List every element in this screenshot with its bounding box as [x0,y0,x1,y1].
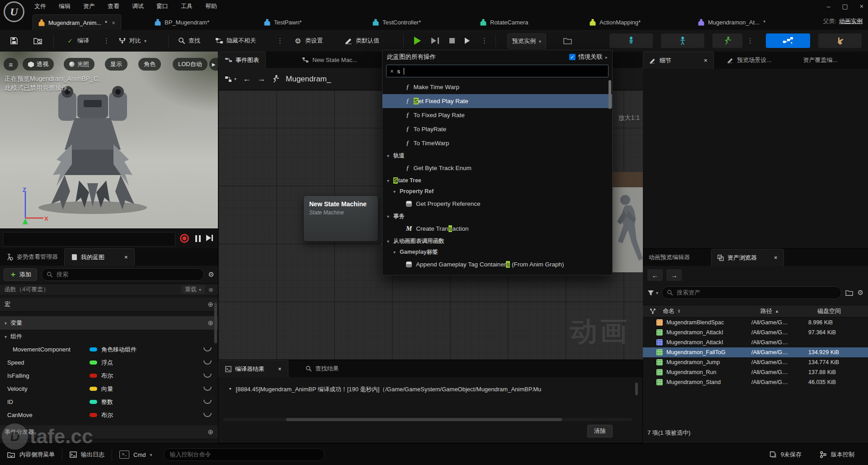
action-subcategory[interactable]: ▾Property Ref [382,186,612,197]
action-category[interactable]: ▾从动画图表调用函数 [382,236,612,247]
output-log-button[interactable]: 输出日志 [62,444,112,465]
tab-close-icon[interactable]: × [704,57,708,64]
tab-testcontroller[interactable]: TestController* [367,14,426,30]
horizontal-scrollbar[interactable] [286,418,562,421]
context-sensitive-checkbox[interactable]: ✓ 情境关联 ▸ [569,53,608,61]
preview-viewport[interactable]: ≡ 透视 光照 显示 角色 LOD自动 ▶ 正在预览Mugendram_Anim… [0,52,218,228]
tab-testpawn[interactable]: TestPawn* [259,14,307,30]
forward-arrow-button[interactable]: → [257,74,265,84]
step-forward-button[interactable] [206,235,213,241]
asset-row[interactable]: Mugendramon_AttackI/All/Game/G… [643,337,868,347]
menu-debug[interactable]: 调试 [126,0,150,13]
variable-row[interactable]: MovementComponent 角色移动组件 [0,343,218,356]
compiler-log-entry[interactable]: • [8884.45]Mugendram_AnimBP 编译成功！[190 毫秒… [218,377,642,394]
parent-class-link[interactable]: 动画实例 [839,17,863,25]
compile-options-button[interactable]: ⋮ [103,33,110,48]
tab-mugendramon-attack[interactable]: Mugendramon_At... * [693,14,771,30]
eye-closed-icon[interactable] [203,400,212,404]
variable-row[interactable]: CanMove 布尔 [0,408,218,422]
close-button[interactable]: × [860,3,863,10]
tab-close-icon[interactable]: × [124,254,128,261]
compile-button[interactable]: ✓ 编译 [66,33,89,48]
tab-close-icon[interactable]: × [278,365,282,372]
macro-section-header[interactable]: 宏 ⊕ [0,298,218,312]
source-control-button[interactable]: 版本控制 [812,451,862,459]
clear-search-icon[interactable]: × [390,68,394,75]
asset-row[interactable]: Mugendramon_Stand/All/Game/G…46.035 KiB [643,377,868,387]
viewport-menu-icon[interactable]: ≡ [4,58,18,71]
find-button[interactable]: 查找 [178,33,200,48]
action-item[interactable]: ƒMake Time Warp [382,80,612,94]
variable-row[interactable]: ID 整数 [0,395,218,408]
variable-row[interactable]: Velocity 向量 [0,382,218,395]
menu-file[interactable]: 文件 [28,0,52,13]
tab-rotatecamera[interactable]: RotateCamera [475,14,534,30]
tab-new-state-machine[interactable]: New State Mac... [296,52,363,68]
action-item[interactable]: ƒTo Fixed Play Rate [382,108,612,122]
column-path[interactable]: 路径▲ [760,307,817,315]
column-name[interactable]: 命名⇕ [663,307,760,315]
add-dispatcher-icon[interactable]: ⊕ [208,428,213,436]
functions-section-header[interactable]: 函数（4可覆盖） 重载▾ ⊕ [0,284,218,295]
content-drawer-button[interactable]: 内容侧滑菜单 [0,444,62,465]
add-function-icon[interactable]: ⊕ [208,286,213,293]
action-item[interactable]: ƒTo TimeWarp [382,136,612,150]
breadcrumb[interactable]: Mugendram_ [286,75,331,84]
lighting-dropdown[interactable]: 光照 [64,58,94,71]
unsaved-assets-button[interactable]: 9未保存 [762,451,809,459]
stop-button[interactable] [449,33,455,48]
menu-view[interactable]: 查看 [101,0,126,13]
asset-row[interactable]: Mugendramon_Jump/All/Game/G…134.774 KiB [643,357,868,367]
timeline-track[interactable] [3,232,175,247]
mesh-mode-button[interactable] [661,33,704,48]
maximize-button[interactable]: ▢ [842,3,848,10]
variable-row[interactable]: Speed 浮点 [0,356,218,369]
add-button[interactable]: ＋ 添加 [4,268,37,281]
menu-help[interactable]: 帮助 [199,0,223,13]
menu-tools[interactable]: 工具 [175,0,199,13]
eye-closed-icon[interactable] [203,361,212,365]
scrollbar[interactable] [635,383,638,395]
tab-compiler-results[interactable]: 编译器结果 × [218,360,288,377]
show-dropdown[interactable]: 显示 [105,58,127,71]
asset-row[interactable]: MugendramBlendSpac/All/Game/G…8.996 KiB [643,318,868,327]
tab-anim-preview-editor[interactable]: 动画预览编辑器 [643,249,696,266]
variables-section-header[interactable]: ▾ 变量 ⊕ [0,316,218,330]
eye-closed-icon[interactable] [203,374,212,378]
console-command-input[interactable]: 输入控制台命令 [164,448,325,461]
diff-button[interactable]: 对比 ▾ [118,33,146,48]
action-item[interactable]: Get Property Reference [382,197,612,211]
animation-mode-button[interactable] [712,33,742,48]
action-item[interactable]: Append Gameplay Tag Containers (From Ani… [382,257,612,271]
pause-button[interactable] [194,235,202,243]
menu-window[interactable]: 窗口 [150,0,175,13]
animation-mode-options-button[interactable]: ⋮ [747,33,754,48]
asset-row-selected[interactable]: Mugendramon_FallToG/All/Game/G…134.929 K… [643,347,868,357]
tab-close-icon[interactable]: × [112,19,115,26]
hide-unrelated-options-button[interactable]: ⋮ [277,33,284,48]
eye-closed-icon[interactable] [203,413,212,417]
tab-my-blueprint[interactable]: 我的蓝图 × [64,248,135,266]
browser-settings-gear-icon[interactable]: ⚙ [858,289,863,297]
asset-table-header[interactable]: 命名⇕ 路径▲ 磁盘空间 [643,305,868,318]
tab-event-graph[interactable]: 事件图表 [218,52,266,68]
blueprint-search-input[interactable]: 搜索 [42,268,204,281]
character-dropdown[interactable]: 角色 [138,58,161,71]
save-button[interactable] [10,33,18,48]
clear-button[interactable]: 清除 [587,425,613,437]
preview-instance-dropdown[interactable]: 预览实例▾ [507,33,546,49]
eye-closed-icon[interactable] [203,387,212,391]
browse-button[interactable] [33,33,42,48]
perspective-dropdown[interactable]: 透视 [23,58,54,71]
debug-object-button[interactable] [563,33,572,48]
filter-dropdown[interactable]: ▾ [647,290,658,296]
class-defaults-button[interactable]: 类默认值 [344,33,379,48]
history-forward-button[interactable]: → [666,269,682,281]
add-macro-icon[interactable]: ⊕ [208,300,213,308]
tab-close-icon[interactable]: × [774,254,778,261]
action-item-selected[interactable]: ƒSet Fixed Play Rate [382,94,612,108]
tab-preview-scene-settings[interactable]: 预览场景设... [721,52,778,69]
tab-actionmapping[interactable]: ActionMapping* [584,14,646,30]
tab-mugendram-animbp[interactable]: Mugendram_Anim... * × [33,14,121,30]
tab-find-results[interactable]: 查找结果 [299,360,345,377]
